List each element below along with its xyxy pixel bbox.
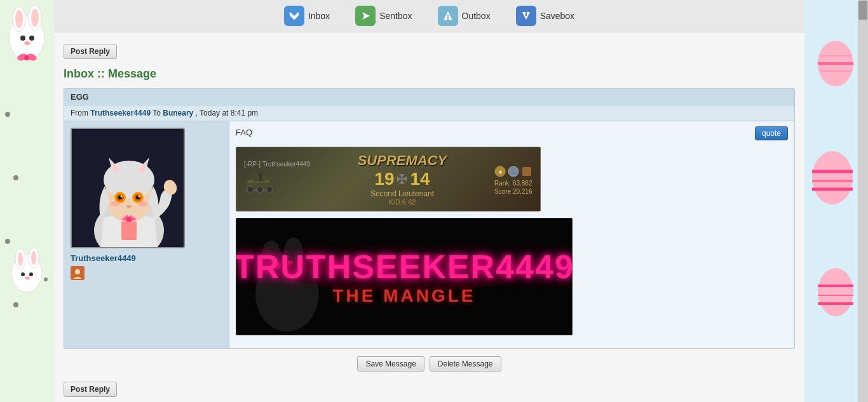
svg-point-13: [5, 239, 10, 244]
message-text: FAQ: [236, 128, 788, 137]
svg-point-6: [29, 36, 34, 41]
message-layout: Truthseeker4449 quote FA: [64, 121, 794, 348]
from-label: From: [71, 109, 88, 117]
svg-point-10: [24, 55, 29, 60]
user-panel: Truthseeker4449: [64, 121, 229, 348]
svg-point-67: [75, 269, 80, 274]
sentbox-label: Sentbox: [379, 11, 412, 21]
left-panel: [0, 0, 54, 402]
user-rank-icon: [71, 266, 222, 282]
svg-point-32: [818, 268, 853, 316]
svg-point-20: [21, 272, 25, 276]
nav-bar: Inbox Sentbox Outbox Savebox: [54, 0, 804, 32]
quote-button[interactable]: quote: [755, 126, 788, 140]
svg-rect-43: [121, 221, 137, 240]
year-display: 19 ✠ 14: [315, 169, 489, 189]
player-tag: [-RP-] Truthseeker4449: [244, 161, 310, 168]
page-title: Inbox :: Message: [64, 67, 795, 81]
rank-title: Second Lieutenant: [315, 189, 489, 198]
message-meta: From Truthseeker4449 To Buneary , Today …: [64, 105, 794, 121]
svg-point-7: [24, 41, 31, 45]
to-label: To: [153, 109, 163, 117]
game-banner-center: SUPREMACY 19 ✠ 14 Second Lieutenant K/D:…: [315, 152, 489, 206]
svg-point-3: [15, 10, 23, 28]
stats-row: ★: [494, 166, 532, 180]
svg-point-12: [13, 175, 18, 180]
svg-rect-78: [522, 167, 531, 176]
svg-point-11: [5, 112, 10, 117]
left-decoration: [0, 0, 54, 402]
svg-point-28: [812, 151, 853, 204]
nav-sentbox[interactable]: Sentbox: [355, 6, 412, 26]
svg-point-61: [126, 205, 132, 208]
delete-message-button[interactable]: Delete Message: [430, 356, 501, 372]
inbox-label: Inbox: [308, 11, 330, 21]
savebox-icon: [516, 6, 536, 26]
svg-point-14: [13, 302, 18, 307]
year1: 19: [374, 169, 394, 189]
user-avatar: [71, 128, 185, 248]
savebox-label: Savebox: [540, 11, 574, 21]
svg-point-74: [266, 186, 273, 192]
svg-point-59: [110, 201, 120, 206]
message-container: EGG From Truthseeker4449 To Buneary , To…: [64, 88, 795, 349]
svg-point-4: [31, 9, 39, 27]
to-user-link[interactable]: Buneary: [163, 109, 193, 117]
svg-point-21: [29, 272, 33, 276]
nav-savebox[interactable]: Savebox: [516, 6, 574, 26]
post-reply-button-bottom[interactable]: Post Reply: [64, 382, 117, 397]
message-time: , Today at 8:41 pm: [196, 109, 259, 117]
year2: 14: [410, 169, 430, 189]
kd-ratio: K/D:6.62: [315, 198, 489, 206]
svg-point-57: [121, 196, 123, 198]
action-buttons: Save Message Delete Message: [64, 349, 795, 377]
svg-point-65: [126, 217, 132, 222]
svg-point-5: [20, 36, 25, 41]
svg-marker-36: [362, 12, 370, 20]
cross-symbol: ✠: [397, 171, 407, 187]
game-banner: [-RP-] Truthseeker4449: [236, 147, 541, 211]
sig-sub-text: THE MANGLE: [236, 286, 573, 306]
nav-outbox[interactable]: Outbox: [438, 6, 491, 26]
medal-icons: ★: [494, 166, 532, 177]
from-user-link[interactable]: Truthseeker4449: [90, 109, 151, 117]
message-body: quote FAQ [-RP-] Truthseeker4449: [229, 121, 794, 348]
svg-point-72: [247, 186, 254, 192]
avatar-svg: [72, 129, 185, 248]
svg-point-77: [508, 166, 519, 177]
svg-point-18: [18, 252, 23, 266]
svg-point-73: [257, 186, 263, 192]
main-content: Inbox Sentbox Outbox Savebox Post Reply …: [54, 0, 804, 402]
svg-point-58: [139, 196, 140, 198]
svg-point-19: [31, 251, 36, 265]
game-banner-left: [-RP-] Truthseeker4449: [244, 161, 310, 198]
sig-main-text: TRUTHSEEKER4449: [236, 248, 573, 286]
score: Score 20,216: [494, 188, 532, 195]
svg-point-23: [44, 278, 48, 281]
save-message-button[interactable]: Save Message: [357, 356, 424, 372]
svg-rect-71: [259, 173, 262, 180]
svg-point-22: [25, 277, 30, 280]
svg-text:★: ★: [498, 170, 503, 175]
outbox-icon: [438, 6, 458, 26]
sentbox-icon: [355, 6, 376, 26]
username-link[interactable]: Truthseeker4449: [71, 253, 222, 263]
rank-number: Rank: 63,862: [494, 180, 532, 187]
sig-content: TRUTHSEEKER4449 THE MANGLE: [236, 248, 573, 306]
scrollbar-track[interactable]: [858, 0, 868, 402]
nav-inbox[interactable]: Inbox: [284, 6, 330, 26]
outbox-label: Outbox: [462, 11, 491, 21]
message-subject: EGG: [64, 89, 794, 105]
svg-point-60: [138, 201, 148, 206]
inbox-icon: [284, 6, 304, 26]
page-body: Post Reply Inbox :: Message EGG From Tru…: [54, 32, 804, 402]
scrollbar-thumb[interactable]: [858, 1, 867, 20]
game-banner-right: ★ Rank: 63,862 Score 20,216: [494, 163, 532, 195]
sig-banner: TRUTHSEEKER4449 THE MANGLE: [236, 218, 573, 335]
post-reply-button-top[interactable]: Post Reply: [64, 44, 117, 59]
supremacy-title: SUPREMACY: [315, 152, 489, 169]
